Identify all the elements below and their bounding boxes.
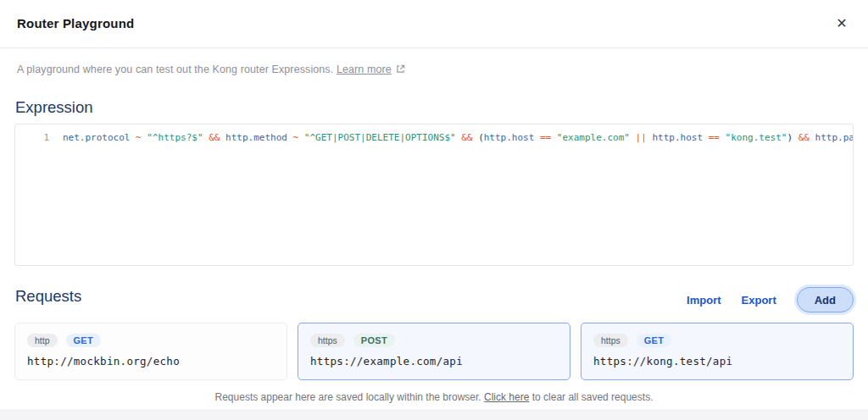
code-token: && (461, 132, 478, 143)
scheme-badge: http (27, 334, 58, 347)
expression-heading: Expression (15, 98, 93, 117)
code-token: http.method (225, 132, 292, 143)
intro-text: A playground where you can test out the … (17, 64, 405, 75)
modal-header: Router Playground ✕ (0, 0, 868, 48)
code-token: net.protocol (63, 132, 136, 143)
line-number: 1 (15, 130, 49, 146)
requests-heading: Requests (15, 287, 81, 306)
request-url: https://example.com/api (310, 355, 558, 368)
requests-actions: Import Export Add (687, 285, 854, 314)
modal-title: Router Playground (17, 16, 134, 30)
clear-requests-link[interactable]: Click here (484, 391, 529, 403)
code-token: && (798, 132, 815, 143)
footer-text-before: Requests appear here are saved locally w… (215, 391, 485, 403)
code-token: ( (478, 132, 484, 143)
code-token: ~ (136, 132, 147, 143)
card-badges: https POST (310, 334, 558, 347)
method-badge: POST (353, 334, 395, 347)
code-token: http.host (484, 132, 540, 143)
requests-footer: Requests appear here are saved locally w… (0, 391, 868, 403)
expression-editor[interactable]: 1net.protocol ~ "^https?$" && http.metho… (14, 124, 854, 266)
code-token: && (209, 132, 225, 143)
request-url: http://mockbin.org/echo (27, 355, 275, 368)
scheme-badge: https (310, 334, 345, 347)
add-button[interactable]: Add (797, 287, 854, 312)
request-card-example[interactable]: https POST https://example.com/api (298, 323, 570, 380)
external-link-icon (396, 64, 405, 74)
export-button[interactable]: Export (742, 294, 776, 307)
code-token: ~ (293, 132, 304, 143)
code-token: "example.com" (557, 132, 636, 143)
request-card-list: http GET http://mockbin.org/echo https P… (14, 323, 854, 380)
scheme-badge: https (593, 334, 628, 347)
code-line: 1net.protocol ~ "^https?$" && http.metho… (15, 124, 853, 146)
code-token: "^https?$" (147, 132, 209, 143)
bottom-strip (0, 409, 868, 420)
code-token: http.pa (815, 132, 854, 143)
code-token: == (709, 132, 726, 143)
code-token: ) (787, 132, 798, 143)
router-playground-modal: Router Playground ✕ A playground where y… (0, 0, 868, 420)
code-token: || (636, 132, 653, 143)
intro-description: A playground where you can test out the … (17, 64, 337, 75)
request-card-kong-test[interactable]: https GET https://kong.test/api (581, 323, 854, 380)
method-badge: GET (637, 334, 672, 347)
code-token: "kong.test" (726, 132, 787, 143)
import-button[interactable]: Import (687, 294, 721, 307)
code-token: "^GET|POST|DELETE|OPTIONS$" (304, 132, 461, 143)
request-card-mockbin[interactable]: http GET http://mockbin.org/echo (14, 323, 287, 380)
close-button[interactable]: ✕ (831, 13, 853, 35)
learn-more-link[interactable]: Learn more (337, 64, 392, 75)
expression-code: net.protocol ~ "^https?$" && http.method… (63, 130, 854, 146)
code-token: == (540, 132, 557, 143)
method-badge: GET (66, 334, 102, 347)
code-token: http.host (652, 132, 708, 143)
card-badges: https GET (593, 334, 841, 347)
footer-text-after: to clear all saved requests. (529, 391, 653, 403)
request-url: https://kong.test/api (593, 355, 841, 368)
card-badges: http GET (27, 334, 275, 347)
close-icon: ✕ (836, 16, 847, 30)
